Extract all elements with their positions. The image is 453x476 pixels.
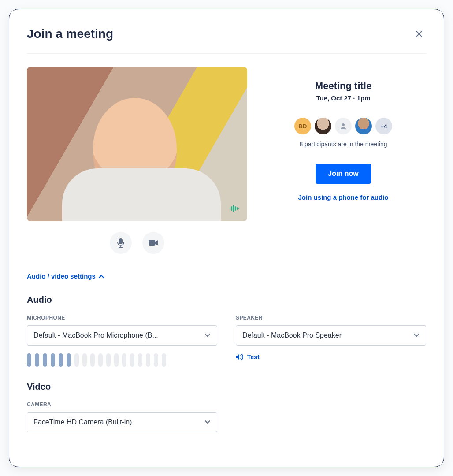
av-settings-toggle[interactable]: Audio / video settings [27, 272, 426, 280]
av-settings-label: Audio / video settings [27, 272, 96, 280]
level-bar [162, 353, 166, 367]
audio-indicator [228, 202, 241, 215]
level-bar [146, 353, 150, 367]
avatar[interactable] [315, 118, 331, 134]
microphone-selected: Default - MacBook Pro Microphone (B... [33, 331, 158, 339]
close-icon [415, 30, 423, 38]
waveform-icon [229, 205, 240, 212]
speaker-select[interactable]: Default - MacBook Pro Speaker [236, 325, 426, 346]
camera-selected: FaceTime HD Camera (Built-in) [33, 418, 132, 426]
participant-avatars: BD +4 [260, 118, 426, 134]
modal-main: Meeting title Tue, Oct 27 · 1pm BD +4 8 … [27, 54, 426, 254]
camera-label: CAMERA [27, 402, 217, 408]
chevron-down-icon [204, 420, 211, 424]
camera-preview [27, 67, 247, 221]
test-speaker-link[interactable]: Test [236, 353, 426, 361]
video-section-title: Video [27, 382, 426, 392]
camera-icon [148, 239, 159, 247]
toggle-mic-button[interactable] [110, 232, 132, 254]
camera-select[interactable]: FaceTime HD Camera (Built-in) [27, 412, 217, 432]
microphone-select[interactable]: Default - MacBook Pro Microphone (B... [27, 325, 217, 346]
level-bar [43, 353, 47, 367]
level-bar [51, 353, 55, 367]
meeting-datetime: Tue, Oct 27 · 1pm [260, 94, 426, 102]
microphone-label: MICROPHONE [27, 315, 217, 321]
video-devices: CAMERA FaceTime HD Camera (Built-in) [27, 395, 426, 432]
svg-point-2 [342, 123, 345, 126]
preview-column [27, 67, 247, 254]
microphone-icon [116, 238, 125, 248]
speaker-selected: Default - MacBook Pro Speaker [242, 331, 342, 339]
participants-count: 8 participants are in the meeting [260, 141, 426, 148]
meeting-title: Meeting title [260, 80, 426, 92]
level-bar [82, 353, 87, 367]
avatar-initials[interactable]: BD [294, 118, 311, 134]
microphone-column: MICROPHONE Default - MacBook Pro Microph… [27, 309, 217, 367]
camera-column: CAMERA FaceTime HD Camera (Built-in) [27, 395, 217, 432]
chevron-up-icon [98, 274, 104, 279]
join-meeting-modal: Join a meeting [9, 9, 444, 467]
audio-section-title: Audio [27, 295, 426, 305]
speaker-column: SPEAKER Default - MacBook Pro Speaker Te… [236, 309, 426, 367]
join-by-phone-link[interactable]: Join using a phone for audio [260, 193, 426, 201]
avatar-overflow[interactable]: +4 [375, 118, 392, 134]
level-bar [106, 353, 111, 367]
svg-rect-0 [119, 238, 123, 244]
level-bar [122, 353, 126, 367]
level-bar [130, 353, 134, 367]
test-speaker-label: Test [247, 353, 260, 361]
mic-level-meter [27, 353, 217, 367]
close-button[interactable] [412, 27, 426, 41]
toggle-camera-button[interactable] [142, 232, 164, 254]
speaker-icon [236, 353, 244, 361]
level-bar [59, 353, 63, 367]
level-bar [67, 353, 71, 367]
svg-rect-1 [149, 240, 155, 246]
avatar[interactable] [355, 118, 372, 134]
level-bar [35, 353, 39, 367]
level-bar [90, 353, 95, 367]
level-bar [27, 353, 31, 367]
join-now-button[interactable]: Join now [316, 164, 371, 184]
modal-title: Join a meeting [27, 27, 113, 41]
preview-controls [27, 221, 247, 254]
chevron-down-icon [204, 333, 211, 338]
level-bar [98, 353, 103, 367]
avatar-anonymous[interactable] [335, 118, 352, 134]
speaker-label: SPEAKER [236, 315, 426, 321]
modal-header: Join a meeting [27, 27, 426, 54]
level-bar [154, 353, 158, 367]
chevron-down-icon [413, 333, 420, 338]
audio-devices: MICROPHONE Default - MacBook Pro Microph… [27, 309, 426, 367]
meeting-info: Meeting title Tue, Oct 27 · 1pm BD +4 8 … [260, 67, 426, 254]
person-icon [340, 123, 347, 130]
level-bar [138, 353, 142, 367]
level-bar [74, 353, 79, 367]
level-bar [114, 353, 119, 367]
